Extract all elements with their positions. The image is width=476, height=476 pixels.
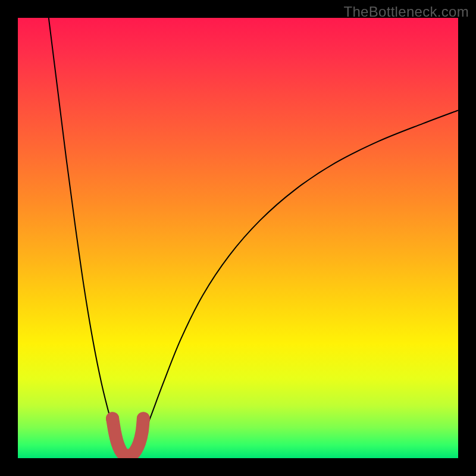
curve-right [134,110,458,453]
valley-end-dot [106,412,119,425]
valley-end-dot [137,412,150,425]
curve-left [49,18,121,454]
valley-fill [112,418,143,455]
chart-svg [18,18,458,458]
chart-frame: TheBottleneck.com [0,0,476,476]
plot-area [18,18,458,458]
watermark-text: TheBottleneck.com [343,4,469,20]
